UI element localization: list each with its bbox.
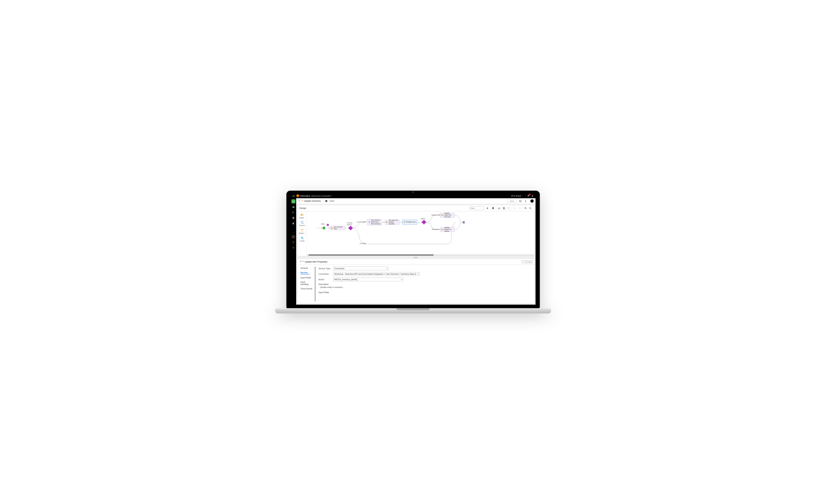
svg-point-49 — [300, 262, 301, 262]
svg-rect-21 — [508, 207, 509, 209]
svg-point-41 — [405, 221, 406, 222]
validity-label: Valid — [330, 200, 334, 202]
palette-subprocess[interactable]: Subpro... — [298, 228, 307, 236]
layout-split-v-icon[interactable] — [529, 260, 532, 263]
left-rail: + — [291, 198, 296, 305]
label-connection: Connection: — [318, 273, 332, 275]
svg-point-40 — [404, 221, 404, 222]
rail-process-active-icon[interactable] — [291, 235, 295, 239]
properties-form: Service Type: Connection Connection: Wor… — [318, 267, 531, 301]
panel-splitter-icon[interactable]: ●●● — [298, 257, 534, 258]
zoom-in-icon[interactable] — [524, 206, 527, 210]
layout-split-h-icon[interactable] — [526, 260, 529, 263]
tab-general[interactable]: General — [301, 267, 315, 269]
goto-start-icon[interactable] — [485, 206, 489, 210]
start-node[interactable] — [322, 227, 326, 230]
node-get-current-state[interactable]: Get Current state from the inventory — [367, 219, 382, 225]
tab-fault-handling[interactable]: Fault Handling — [301, 281, 315, 286]
svg-point-10 — [293, 247, 293, 248]
tab-timer-events[interactable]: Timer Events — [301, 288, 315, 290]
timer-icon: ◷ — [327, 224, 329, 226]
branch-equals-204: Equals 204 — [432, 214, 440, 216]
node-update-failure[interactable]: Update Status for Failure — [440, 227, 455, 232]
rail-assets-icon[interactable] — [291, 216, 295, 220]
topbar: Informatica Application Integration˅ IIC… — [291, 193, 536, 198]
rail-home-icon[interactable] — [291, 205, 295, 209]
rail-logs-icon[interactable] — [291, 222, 295, 226]
notification-badge: 1 — [529, 194, 531, 195]
user-icon[interactable] — [531, 194, 534, 197]
rail-process-icon-2[interactable] — [291, 246, 295, 250]
app-switcher[interactable]: Application Integration˅ — [311, 195, 333, 197]
svg-point-0 — [532, 195, 533, 196]
select-service-type[interactable]: Connection — [333, 267, 389, 270]
canvas-scrollbar[interactable] — [307, 254, 534, 256]
tab-service[interactable]: Service — [301, 271, 310, 274]
svg-point-35 — [368, 221, 369, 222]
hamburger-icon[interactable] — [293, 195, 295, 197]
svg-rect-46 — [443, 229, 444, 230]
label-action: Action: — [318, 278, 332, 280]
properties-panel: Update Item Properties Gene — [298, 259, 534, 303]
svg-rect-38 — [386, 222, 387, 223]
flow-canvas[interactable]: Start ◷ Set Current Item Current Item?? — [307, 211, 534, 256]
gateway-status-label: status — [421, 218, 425, 219]
svg-point-29 — [302, 223, 303, 224]
value-description: Update entity in inventory — [320, 286, 531, 288]
svg-rect-25 — [301, 214, 302, 216]
end-node[interactable] — [463, 221, 465, 224]
find-input[interactable] — [469, 206, 484, 210]
rail-process-icon[interactable] — [291, 240, 295, 244]
redo-icon[interactable] — [518, 206, 521, 210]
new-button[interactable]: + — [291, 199, 295, 203]
svg-rect-3 — [293, 223, 294, 225]
svg-point-48 — [301, 260, 302, 261]
more-menu-icon[interactable] — [524, 199, 528, 203]
informatica-logo-icon — [296, 194, 300, 198]
paste-icon[interactable] — [507, 206, 511, 210]
process-icon — [298, 199, 301, 203]
save-button[interactable]: Save — [507, 199, 517, 203]
zoom-out-icon[interactable] — [529, 206, 532, 210]
gateway-label: Current Item?? — [346, 222, 353, 226]
cut-icon[interactable] — [497, 206, 501, 210]
svg-point-6 — [293, 237, 294, 238]
node-update-item[interactable]: Update Item — [402, 220, 417, 225]
copy-icon[interactable] — [502, 206, 506, 210]
svg-point-36 — [369, 221, 370, 222]
design-header: Design — [298, 205, 534, 211]
branch-otherwise: Otherwise — [432, 229, 439, 230]
undo-icon[interactable] — [513, 206, 517, 210]
branch-not-empty: Is not empty — [357, 221, 366, 223]
service-step-icon — [299, 260, 302, 263]
layout-single-icon[interactable] — [522, 260, 525, 263]
properties-header: Update Item Properties — [298, 259, 534, 265]
svg-point-15 — [299, 201, 300, 201]
svg-point-13 — [298, 200, 299, 200]
palette-create[interactable]: + Create — [298, 236, 307, 243]
node-set-value[interactable]: Set value for update quantity — [385, 220, 400, 225]
delete-icon[interactable] — [491, 206, 495, 210]
svg-point-8 — [294, 241, 294, 242]
palette-assignment[interactable]: Assign... — [298, 212, 307, 220]
start-label: Start — [321, 223, 324, 225]
rail-explore-icon[interactable] — [291, 210, 295, 214]
svg-point-32 — [302, 231, 303, 232]
tab-input-fields[interactable]: Input Fields — [301, 276, 315, 279]
palette-service[interactable]: ● Service — [298, 220, 307, 228]
gateway-current-item[interactable] — [348, 226, 353, 230]
validate-button[interactable] — [518, 199, 522, 203]
svg-point-4 — [293, 236, 293, 237]
svg-point-7 — [293, 241, 293, 242]
node-set-current-item[interactable]: Set Current Item — [330, 226, 345, 230]
svg-point-28 — [302, 222, 303, 222]
node-update-success[interactable]: Update Status for Success — [440, 213, 455, 217]
svg-point-37 — [369, 222, 370, 223]
notifications-icon[interactable]: 1 — [527, 195, 530, 197]
select-connection[interactable]: Workshop - Real-time API and Event-based… — [333, 272, 419, 276]
svg-point-31 — [302, 229, 303, 230]
tenant-switcher[interactable]: IICS iPaaS˅ — [511, 195, 523, 197]
tab-title[interactable]: Update Inventory — [304, 200, 321, 202]
rail-tools-icon[interactable] — [291, 227, 295, 231]
select-action[interactable]: PATCH_inventory_itemID_ — [333, 277, 403, 281]
